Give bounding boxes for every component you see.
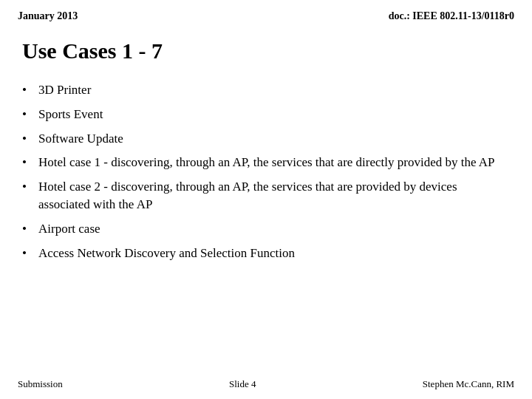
main-content: Use Cases 1 - 7 •3D Printer•Sports Event… — [0, 28, 532, 372]
bullet-icon: • — [22, 81, 38, 99]
bullet-icon: • — [22, 220, 38, 238]
bullet-icon: • — [22, 178, 38, 196]
list-item: •Sports Event — [22, 106, 510, 123]
bullet-text: Access Network Discovery and Selection F… — [38, 245, 510, 262]
bullet-text: Software Update — [38, 130, 510, 148]
bullet-list: •3D Printer•Sports Event•Software Update… — [22, 81, 510, 268]
bullet-text: Airport case — [38, 220, 510, 238]
bullet-text: Hotel case 2 - discovering, through an A… — [38, 178, 510, 214]
list-item: •3D Printer — [22, 81, 510, 99]
list-item: •Access Network Discovery and Selection … — [22, 245, 510, 262]
bullet-text: Sports Event — [38, 106, 510, 123]
page-title: Use Cases 1 - 7 — [22, 38, 510, 64]
bullet-icon: • — [22, 130, 38, 148]
list-item: •Software Update — [22, 130, 510, 148]
footer-slide-number: Slide 4 — [229, 378, 256, 390]
list-item: •Hotel case 2 - discovering, through an … — [22, 178, 510, 214]
bullet-icon: • — [22, 154, 38, 171]
bullet-icon: • — [22, 106, 38, 123]
header-doc: doc.: IEEE 802.11-13/0118r0 — [389, 10, 514, 22]
bullet-text: 3D Printer — [38, 81, 510, 99]
footer-submission: Submission — [18, 378, 63, 390]
header-date: January 2013 — [18, 10, 78, 22]
footer-author: Stephen Mc.Cann, RIM — [423, 378, 514, 390]
list-item: •Airport case — [22, 220, 510, 238]
slide-header: January 2013 doc.: IEEE 802.11-13/0118r0 — [0, 0, 532, 28]
list-item: •Hotel case 1 - discovering, through an … — [22, 154, 510, 171]
slide-footer: Submission Slide 4 Stephen Mc.Cann, RIM — [0, 372, 532, 399]
slide: January 2013 doc.: IEEE 802.11-13/0118r0… — [0, 0, 532, 399]
bullet-icon: • — [22, 245, 38, 262]
bullet-text: Hotel case 1 - discovering, through an A… — [38, 154, 510, 171]
